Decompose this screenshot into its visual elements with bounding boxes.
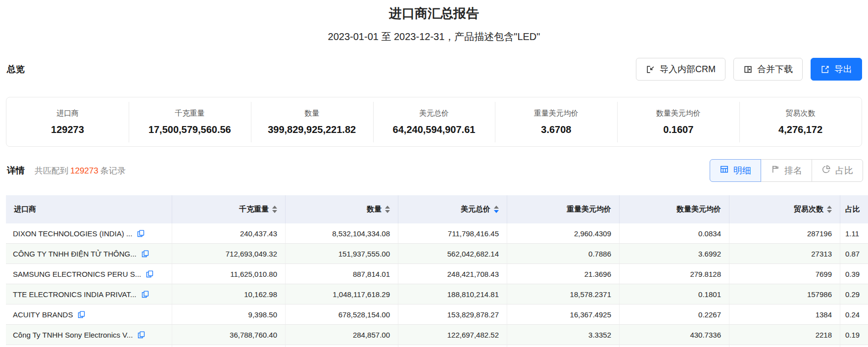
copy-icon[interactable] [141, 250, 149, 258]
importer-table: 进口商千克重量数量美元总价重量美元均价数量美元均价贸易次数占比 DIXON TE… [6, 195, 868, 347]
table-row: SAMSUNG ELECTRONICS PERU S...11,625,010.… [6, 264, 868, 284]
sort-caret-icon[interactable] [272, 206, 277, 213]
importer-name[interactable]: SAMSUNG ELECTRONICS PERU S... [13, 270, 141, 278]
table-row: Công Ty TNHH Sony Electronics V...36,788… [6, 325, 868, 345]
value-cell [729, 345, 840, 347]
import-crm-button[interactable]: 导入内部CRM [636, 58, 725, 81]
ranking-icon [771, 165, 780, 176]
page-title: 进口商汇总报告 [0, 0, 868, 22]
value-cell: 1384 [729, 304, 840, 324]
match-summary: 共匹配到129273条记录 [35, 165, 126, 176]
value-cell: 27313 [729, 244, 840, 263]
match-suffix: 条记录 [100, 166, 126, 175]
column-header-label: 贸易次数 [794, 205, 823, 214]
tab-ranking-label: 排名 [784, 165, 802, 176]
column-header-label: 千克重量 [239, 205, 269, 214]
value-cell: 3.6992 [619, 244, 729, 263]
value-cell: 2218 [729, 325, 840, 345]
copy-icon[interactable] [137, 331, 145, 339]
column-header-label: 美元总价 [461, 205, 490, 214]
details-section-title: 详情 [7, 165, 25, 176]
merge-download-button[interactable]: 合并下载 [733, 58, 803, 81]
stat-cell: 贸易次数4,276,172 [739, 106, 862, 138]
tab-detail-label: 明细 [733, 165, 751, 176]
value-cell: 36,788,760.40 [172, 325, 285, 345]
copy-icon[interactable] [137, 229, 145, 238]
table-body: DIXON TECHNOLOGIES (INDIA) ...240,437.43… [6, 223, 868, 347]
column-header-label: 进口商 [14, 205, 36, 214]
value-cell [398, 345, 507, 347]
stat-cell: 进口商129273 [6, 106, 129, 138]
value-cell: 712,693,049.32 [172, 244, 285, 263]
value-cell: 0.2267 [619, 304, 729, 324]
column-header: 进口商 [6, 195, 172, 223]
importer-name-cell: CÔNG TY TNHH ĐIỆN TỬ THÔNG... [6, 244, 172, 263]
tab-ranking[interactable]: 排名 [761, 159, 812, 182]
value-cell [507, 345, 619, 347]
importer-name-cell: DIXON TECHNOLOGIES (INDIA) ... [6, 223, 172, 243]
match-prefix: 共匹配到 [35, 166, 68, 175]
stat-cell: 重量美元均价3.6708 [495, 106, 617, 138]
column-header-label: 重量美元均价 [567, 205, 611, 214]
copy-icon[interactable] [141, 290, 149, 299]
value-cell: 8,532,104,334.08 [285, 223, 398, 243]
tab-proportion-label: 占比 [835, 165, 853, 176]
value-cell: 562,042,682.14 [398, 244, 507, 263]
stat-cell: 数量美元均价0.1607 [617, 106, 739, 138]
tab-proportion[interactable]: 占比 [812, 159, 863, 182]
pie-icon [821, 165, 831, 176]
value-cell: 18,578.2371 [507, 284, 619, 304]
value-cell: 0.39 [840, 264, 868, 284]
value-cell: 9,398.50 [172, 304, 285, 324]
stat-value: 64,240,594,907.61 [373, 124, 495, 135]
export-button[interactable]: 导出 [811, 58, 862, 81]
importer-name-cell: TTE ELECTRONICS INDIA PRIVAT... [6, 284, 172, 304]
importer-name-cell: Công Ty TNHH Sony Electronics V... [6, 325, 172, 345]
column-header: 重量美元均价 [507, 195, 619, 223]
value-cell: 678,528,154.00 [285, 304, 398, 324]
column-header[interactable]: 千克重量 [172, 195, 285, 223]
value-cell: 0.0834 [619, 223, 729, 243]
value-cell: 284,857.00 [285, 325, 398, 345]
copy-icon[interactable] [77, 310, 86, 319]
importer-name[interactable]: TTE ELECTRONICS INDIA PRIVAT... [13, 290, 137, 299]
importer-name[interactable]: Công Ty TNHH Sony Electronics V... [13, 331, 133, 339]
stat-label: 数量美元均价 [617, 109, 739, 118]
value-cell: 248,421,708.43 [398, 264, 507, 284]
stat-value: 0.1607 [617, 124, 739, 135]
value-cell: 1,048,117,618.29 [285, 284, 398, 304]
stat-label: 数量 [251, 109, 373, 118]
stat-label: 美元总价 [373, 109, 495, 118]
value-cell [840, 345, 868, 347]
value-cell: 240,437.43 [172, 223, 285, 243]
copy-icon[interactable] [145, 270, 154, 278]
report-subtitle: 2023-01-01 至 2023-12-31，产品描述包含"LED" [0, 30, 868, 43]
sort-caret-icon[interactable] [494, 206, 499, 213]
column-header: 占比 [840, 195, 868, 223]
value-cell: 7699 [729, 264, 840, 284]
overview-header-row: 总览 导入内部CRM 合并下载 导出 [0, 57, 868, 81]
stat-label: 千克重量 [129, 109, 251, 118]
stat-cell: 数量399,829,925,221.82 [251, 106, 373, 138]
value-cell: 0.24 [840, 304, 868, 324]
value-cell: 1.11 [840, 223, 868, 243]
column-header[interactable]: 贸易次数 [729, 195, 840, 223]
stat-value: 399,829,925,221.82 [251, 124, 373, 135]
stat-cell: 美元总价64,240,594,907.61 [373, 106, 495, 138]
sort-caret-icon[interactable] [385, 206, 390, 213]
tab-detail[interactable]: 明细 [710, 159, 761, 182]
value-cell [172, 345, 285, 347]
stat-label: 重量美元均价 [495, 109, 617, 118]
import-crm-label: 导入内部CRM [660, 63, 716, 75]
column-header: 数量美元均价 [619, 195, 729, 223]
column-header[interactable]: 数量 [285, 195, 398, 223]
importer-name[interactable]: CÔNG TY TNHH ĐIỆN TỬ THÔNG... [13, 250, 137, 258]
importer-name[interactable]: DIXON TECHNOLOGIES (INDIA) ... [13, 229, 132, 238]
column-header[interactable]: 美元总价 [398, 195, 507, 223]
sort-caret-icon[interactable] [827, 206, 832, 213]
importer-name-cell: SAMSUNG ELECTRONICS PERU S... [6, 264, 172, 284]
importer-name[interactable]: ACUITY BRANDS [13, 310, 73, 319]
value-cell: 16,367.4925 [507, 304, 619, 324]
table-row: DIXON TECHNOLOGIES (INDIA) ...240,437.43… [6, 223, 868, 244]
import-icon [646, 65, 655, 74]
